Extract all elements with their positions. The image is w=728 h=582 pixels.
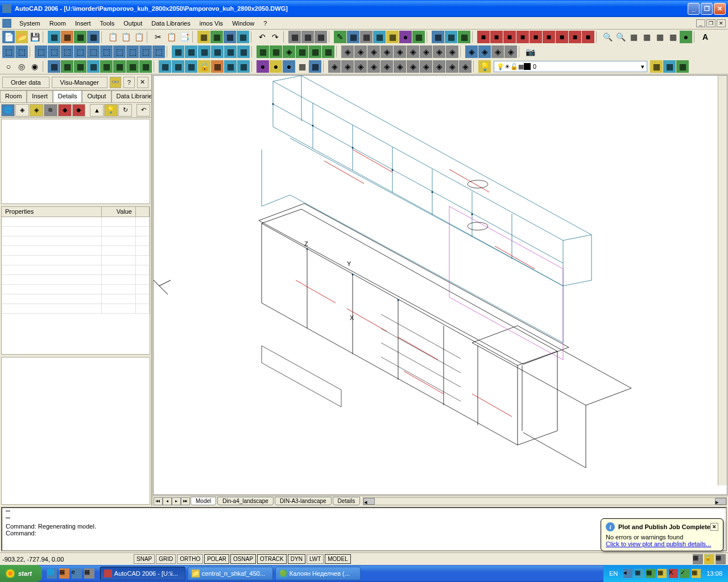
status-icon[interactable]: ▦ <box>715 554 726 564</box>
language-indicator[interactable]: EN <box>609 570 618 577</box>
tool-icon[interactable]: ▦ <box>211 60 224 73</box>
left-panel-tree[interactable] <box>1 119 150 204</box>
clock[interactable]: 13:08 <box>706 570 722 577</box>
tool-icon[interactable]: ◈ <box>341 45 354 58</box>
toggle-lwt[interactable]: LWT <box>307 554 324 564</box>
menu-help[interactable]: ? <box>259 19 271 28</box>
tool-icon[interactable]: ▦ <box>296 60 308 73</box>
tool-icon[interactable]: ▦ <box>87 60 100 73</box>
tool-icon[interactable]: ▦ <box>270 45 282 58</box>
tool-icon[interactable]: ▦ <box>210 31 223 43</box>
tool-icon[interactable]: 📋 <box>165 31 177 43</box>
tool-icon[interactable]: ▦ <box>211 45 224 58</box>
menu-tools[interactable]: Tools <box>96 19 119 28</box>
tool-icon[interactable]: 📋 <box>106 31 119 43</box>
tool-icon[interactable]: ◈ <box>420 60 432 73</box>
quick-launch-icon[interactable]: ▦ <box>59 568 69 579</box>
tool-icon[interactable]: ■ <box>530 31 542 43</box>
tool-icon[interactable]: ▦ <box>653 31 666 43</box>
menu-data-libraries[interactable]: Data Libraries <box>147 19 195 28</box>
tool-icon[interactable]: ⬚ <box>74 45 86 58</box>
help-icon[interactable]: ? <box>123 77 135 88</box>
tool-icon[interactable]: ◈ <box>433 60 445 73</box>
quick-launch-icon[interactable]: ▦ <box>84 568 94 579</box>
tool-icon[interactable]: ▦ <box>224 31 236 43</box>
tool-icon[interactable]: ▦ <box>309 60 321 73</box>
tool-icon[interactable]: ▦ <box>237 45 250 58</box>
tool-camera-icon[interactable]: 📷 <box>524 45 536 58</box>
tool-new-icon[interactable]: 📄 <box>2 31 15 43</box>
tray-icon[interactable]: ✓ <box>680 569 689 578</box>
tool-icon[interactable]: ■ <box>503 31 516 43</box>
task-skype[interactable]: 🟢 Калоян Неделчев (... <box>275 567 361 580</box>
tool-icon[interactable]: ↷ <box>269 31 282 43</box>
tool-icon[interactable]: ⬚ <box>2 45 15 58</box>
tool-icon[interactable]: ▦ <box>224 45 237 58</box>
toggle-snap[interactable]: SNAP <box>134 554 155 564</box>
start-button[interactable]: start <box>0 565 42 582</box>
toggle-model[interactable]: MODEL <box>325 554 351 564</box>
tool-icon[interactable]: ● <box>270 60 282 73</box>
tool-icon[interactable]: ◈ <box>354 45 367 58</box>
tool-icon[interactable]: ▦ <box>257 45 269 58</box>
glasses-icon[interactable]: 👓 <box>110 77 121 88</box>
tool-icon[interactable]: ▦ <box>347 31 359 43</box>
lp-tool-refresh-icon[interactable]: ↻ <box>118 104 132 117</box>
tool-open-icon[interactable]: 📂 <box>15 31 28 43</box>
lp-tool-icon[interactable]: ◈ <box>30 104 43 117</box>
tool-icon[interactable]: ▦ <box>301 31 314 43</box>
menu-app-icon[interactable] <box>2 19 11 28</box>
status-icon[interactable]: ▦ <box>693 554 703 564</box>
left-panel-bottom[interactable] <box>1 357 150 505</box>
tool-icon[interactable]: ■ <box>569 31 581 43</box>
tool-icon[interactable]: ◈ <box>367 45 380 58</box>
lp-tool-up-icon[interactable]: ▲ <box>90 104 104 117</box>
tool-icon[interactable]: ▦ <box>159 60 171 73</box>
tool-icon[interactable]: ◈ <box>407 45 419 58</box>
props-header-name[interactable]: Properties <box>2 207 102 217</box>
tab-output[interactable]: Output <box>82 90 111 102</box>
tray-icon[interactable]: ▦ <box>635 569 644 578</box>
tool-icon[interactable]: ◈ <box>328 60 341 73</box>
toggle-osnap[interactable]: OSNAP <box>230 554 256 564</box>
props-header-extra[interactable] <box>136 207 150 217</box>
tool-icon[interactable]: ⬚ <box>48 45 60 58</box>
tool-icon[interactable]: ▦ <box>373 31 386 43</box>
tool-icon[interactable]: ■ <box>490 31 503 43</box>
tool-icon[interactable]: ◈ <box>491 45 504 58</box>
tool-layer-icon[interactable]: 💡 <box>478 60 491 73</box>
lp-tool-undo-icon[interactable]: ↶ <box>136 104 150 117</box>
tool-icon[interactable]: ⬚ <box>126 45 139 58</box>
tool-icon[interactable]: ○ <box>2 60 15 73</box>
tool-icon[interactable]: ◈ <box>459 60 471 73</box>
tool-icon[interactable]: ▦ <box>640 31 653 43</box>
tool-icon[interactable]: ◈ <box>354 60 367 73</box>
close-button[interactable]: ✕ <box>714 3 726 15</box>
tab-details[interactable]: Details <box>333 497 361 505</box>
scroll-left-button[interactable]: ◂ <box>363 498 375 505</box>
tool-icon[interactable]: ◈ <box>420 45 432 58</box>
lp-tool-bulb-icon[interactable]: 💡 <box>104 104 118 117</box>
tab-nav-first[interactable]: ⏮ <box>154 497 163 505</box>
tool-icon[interactable]: ▦ <box>445 31 457 43</box>
tool-icon[interactable]: ▦ <box>87 31 100 43</box>
tool-icon[interactable]: ⬚ <box>100 45 113 58</box>
tab-details[interactable]: Details <box>53 90 82 102</box>
tool-icon[interactable]: ● <box>399 31 412 43</box>
tray-icon[interactable]: ▦ <box>692 569 701 578</box>
tool-icon[interactable]: ◈ <box>446 60 458 73</box>
vertical-scrollbar[interactable] <box>718 76 727 485</box>
tool-icon[interactable]: ▦ <box>61 60 73 73</box>
tool-icon[interactable]: ▦ <box>315 31 327 43</box>
tool-icon[interactable]: ◈ <box>380 45 393 58</box>
tool-icon[interactable]: ◈ <box>283 45 295 58</box>
tool-icon[interactable]: ⬚ <box>35 45 47 58</box>
tool-icon[interactable]: ▦ <box>676 60 689 73</box>
maximize-button[interactable]: ❐ <box>701 3 713 15</box>
menu-room[interactable]: Room <box>45 19 71 28</box>
tool-icon[interactable]: ▦ <box>185 45 197 58</box>
task-folder[interactable]: 📁 central_n_shkaf_450... <box>188 567 273 580</box>
tool-icon[interactable]: ▦ <box>197 31 210 43</box>
tool-icon[interactable]: ▦ <box>100 60 113 73</box>
lp-tool-icon[interactable]: ◆ <box>58 104 72 117</box>
